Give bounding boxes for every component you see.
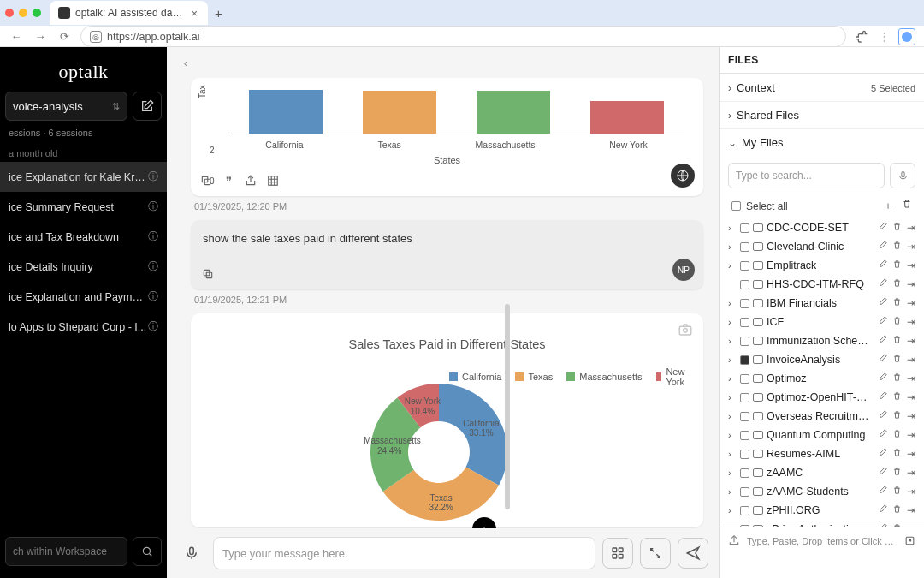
edit-icon[interactable] xyxy=(878,354,887,366)
edit-icon[interactable] xyxy=(878,297,887,309)
info-icon[interactable]: ⓘ xyxy=(148,259,158,274)
folder-row[interactable]: ›Overseas Recruitment⇥ xyxy=(723,407,921,426)
info-icon[interactable]: ⓘ xyxy=(148,319,158,334)
session-item[interactable]: lo Apps to Shepard Corp - I...ⓘ xyxy=(0,312,167,342)
copy-icon[interactable] xyxy=(201,267,215,281)
minimize-window[interactable] xyxy=(19,9,27,17)
info-icon[interactable]: ⓘ xyxy=(148,170,158,184)
delete-icon[interactable] xyxy=(892,297,902,309)
files-search-input[interactable]: Type to search... xyxy=(728,163,885,188)
screenshot-icon[interactable] xyxy=(678,322,693,340)
edit-icon[interactable] xyxy=(878,222,887,234)
delete-icon[interactable] xyxy=(892,278,902,290)
move-icon[interactable]: ⇥ xyxy=(907,354,915,366)
browser-tab[interactable]: optalk: AI assisted data analy × xyxy=(50,1,208,25)
folder-checkbox[interactable] xyxy=(740,412,749,421)
folder-row[interactable]: ›Emplitrack⇥ xyxy=(723,256,921,275)
message-input[interactable]: Type your message here. xyxy=(213,537,595,569)
voice-search-button[interactable] xyxy=(890,163,915,188)
move-icon[interactable]: ⇥ xyxy=(907,316,915,328)
folder-checkbox[interactable] xyxy=(740,223,749,233)
session-item[interactable]: ice Summary Requestⓘ xyxy=(0,192,167,222)
delete-icon[interactable] xyxy=(892,467,902,479)
move-icon[interactable]: ⇥ xyxy=(907,222,915,234)
folder-row[interactable]: ›CDC-CODE-SET⇥ xyxy=(723,218,921,237)
session-item[interactable]: ice Explanation and Paymen...ⓘ xyxy=(0,282,167,312)
move-icon[interactable]: ⇥ xyxy=(907,391,915,403)
close-tab-icon[interactable]: × xyxy=(189,7,199,20)
move-icon[interactable]: ⇥ xyxy=(907,372,915,384)
delete-icon[interactable] xyxy=(892,316,902,328)
folder-row[interactable]: ›zPHII.ORG⇥ xyxy=(723,501,921,520)
move-icon[interactable]: ⇥ xyxy=(907,429,915,441)
profile-button[interactable] xyxy=(898,28,915,45)
folder-row[interactable]: ›IBM Financials⇥ xyxy=(723,294,921,313)
folder-row[interactable]: ›Optimoz-OpenHIT-M...⇥ xyxy=(723,388,921,407)
edit-icon[interactable] xyxy=(878,259,887,271)
site-info-icon[interactable]: ◎ xyxy=(90,31,102,43)
back-button[interactable]: ← xyxy=(9,29,24,45)
edit-icon[interactable] xyxy=(878,448,887,460)
delete-icon[interactable] xyxy=(892,354,902,366)
shared-files-section[interactable]: ›Shared Files xyxy=(720,101,924,128)
delete-icon[interactable] xyxy=(902,199,912,213)
my-files-section[interactable]: ⌄My Files xyxy=(720,128,924,156)
edit-icon[interactable] xyxy=(878,335,887,347)
edit-icon[interactable] xyxy=(878,410,887,422)
extensions-icon[interactable] xyxy=(855,29,870,45)
address-bar[interactable]: ◎ https://app.optalk.ai xyxy=(80,26,846,47)
move-icon[interactable]: ⇥ xyxy=(907,504,915,516)
table-icon[interactable] xyxy=(266,174,280,188)
folder-checkbox[interactable] xyxy=(740,355,749,365)
folder-checkbox[interactable] xyxy=(740,431,749,440)
info-icon[interactable]: ⓘ xyxy=(148,289,158,304)
delete-icon[interactable] xyxy=(892,241,902,253)
delete-icon[interactable] xyxy=(892,391,902,403)
add-icon[interactable]: ＋ xyxy=(883,199,893,213)
folder-row[interactable]: ›zPrior-Authorization-...⇥ xyxy=(723,520,921,527)
delete-icon[interactable] xyxy=(892,486,902,498)
workspace-selector[interactable]: voice-analysis ⇅ xyxy=(5,92,127,121)
apps-button[interactable] xyxy=(602,538,633,569)
send-button[interactable] xyxy=(678,538,708,569)
reload-button[interactable]: ⟳ xyxy=(56,29,72,45)
folder-row[interactable]: ›ICF⇥ xyxy=(723,313,921,331)
folder-row[interactable]: ›Immunization Sched...⇥ xyxy=(723,331,921,350)
edit-icon[interactable] xyxy=(878,429,887,441)
session-item[interactable]: ice and Tax Breakdownⓘ xyxy=(0,222,167,252)
share-icon[interactable] xyxy=(244,174,258,188)
folder-checkbox[interactable] xyxy=(740,280,749,289)
edit-icon[interactable] xyxy=(878,391,887,403)
folder-checkbox[interactable] xyxy=(740,374,749,384)
move-icon[interactable]: ⇥ xyxy=(907,259,915,271)
scrollbar[interactable] xyxy=(505,304,510,509)
delete-icon[interactable] xyxy=(892,410,902,422)
folder-row[interactable]: ›Resumes-AIML⇥ xyxy=(723,444,921,463)
delete-icon[interactable] xyxy=(892,259,902,271)
folder-checkbox[interactable] xyxy=(740,393,749,402)
edit-icon[interactable] xyxy=(878,504,887,516)
delete-icon[interactable] xyxy=(892,504,902,516)
folder-row[interactable]: ›InvoiceAnalysis⇥ xyxy=(723,350,921,369)
folder-row[interactable]: ›Quantum Computing⇥ xyxy=(723,426,921,444)
session-item[interactable]: ice Explanation for Kale Krateⓘ xyxy=(0,162,167,192)
context-section[interactable]: ›Context 5 Selected xyxy=(720,74,924,101)
move-icon[interactable]: ⇥ xyxy=(907,486,915,498)
folder-checkbox[interactable] xyxy=(740,299,749,308)
edit-icon[interactable] xyxy=(878,486,887,498)
new-tab-button[interactable]: + xyxy=(215,6,222,21)
new-session-button[interactable] xyxy=(133,92,162,121)
forward-button[interactable]: → xyxy=(33,29,48,45)
move-icon[interactable]: ⇥ xyxy=(907,448,915,460)
edit-icon[interactable] xyxy=(878,278,887,290)
move-icon[interactable]: ⇥ xyxy=(907,297,915,309)
maximize-window[interactable] xyxy=(33,9,41,17)
move-icon[interactable]: ⇥ xyxy=(907,335,915,347)
info-icon[interactable]: ⓘ xyxy=(148,229,158,244)
folder-checkbox[interactable] xyxy=(740,450,749,459)
upload-row[interactable]: Type, Paste, Drop Items or Click Upload … xyxy=(720,527,924,555)
info-icon[interactable]: ⓘ xyxy=(148,200,158,214)
voice-input-button[interactable] xyxy=(177,539,206,568)
move-icon[interactable]: ⇥ xyxy=(907,278,915,290)
folder-row[interactable]: HHS-CDC-ITM-RFQ⇥ xyxy=(723,275,921,294)
